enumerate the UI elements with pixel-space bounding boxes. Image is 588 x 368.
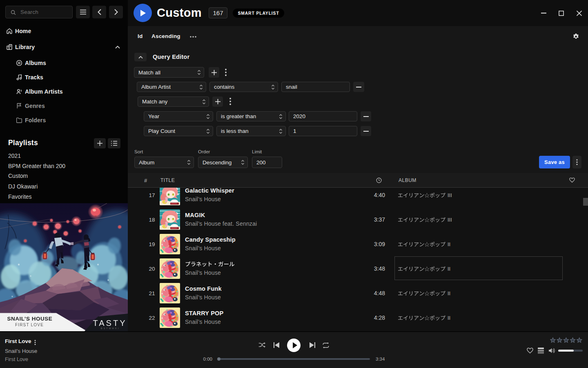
svg-text:BSTMMXI: BSTMMXI: [101, 327, 120, 330]
svg-text:TASTY: TASTY: [93, 319, 127, 328]
svg-text:FIRST LOVE: FIRST LOVE: [15, 323, 44, 327]
svg-text:SNAIL’S HOUSE: SNAIL’S HOUSE: [7, 316, 53, 322]
